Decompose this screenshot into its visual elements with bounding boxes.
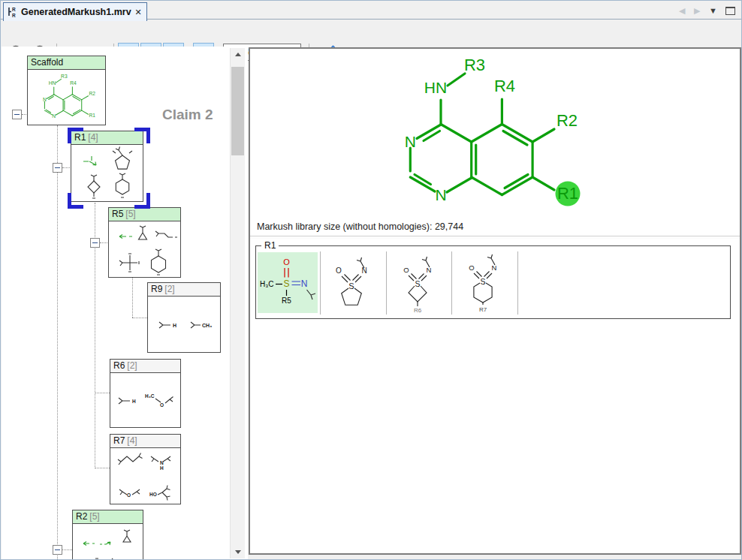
tree-node-r6[interactable]: R6[2] H H₃C O bbox=[110, 359, 181, 428]
document-tab[interactable]: R R GeneratedMarkush1.mrv ✕ bbox=[3, 2, 147, 21]
tree-node-r2[interactable]: R2[5] bbox=[72, 510, 143, 560]
tree-scrollbar[interactable] bbox=[230, 48, 245, 558]
tab-scroll-left-icon[interactable]: ◀ bbox=[679, 5, 685, 16]
expander-scaffold[interactable] bbox=[12, 110, 22, 119]
r7-o-label: O bbox=[127, 492, 131, 498]
tab-strip: R R GeneratedMarkush1.mrv ✕ ◀ ▶ ▼ bbox=[1, 1, 741, 20]
document-tab-title: GeneratedMarkush1.mrv bbox=[21, 7, 131, 17]
tree-node-r9-count: [2] bbox=[164, 284, 174, 294]
tree-node-r7-body[interactable]: N H O HO bbox=[110, 448, 180, 507]
r9-ch3-label: CH₃ bbox=[202, 323, 212, 328]
r3-label: R3 bbox=[464, 56, 485, 74]
r1-label-highlighted[interactable]: R1 bbox=[557, 184, 578, 203]
cell1-h3c-label: H₃C bbox=[260, 280, 274, 288]
r7-n-label: N bbox=[160, 460, 164, 465]
tab-scroll-right-icon[interactable]: ▶ bbox=[694, 5, 700, 16]
scaffold-mini-structure: HN R3 R4 R2 R1 N N bbox=[29, 73, 104, 123]
cell-separator bbox=[320, 251, 321, 315]
n1-label: N bbox=[435, 186, 446, 203]
tree-connector bbox=[132, 318, 147, 318]
tab-close-icon[interactable]: ✕ bbox=[135, 8, 142, 17]
selection-corner bbox=[68, 193, 83, 209]
cell3-o-label: O bbox=[403, 266, 409, 274]
cell3-r6-label: R6 bbox=[414, 307, 422, 313]
r7-ho-label: HO bbox=[149, 492, 157, 497]
cell1-n-label: N bbox=[301, 278, 308, 289]
panel-divider bbox=[250, 236, 740, 239]
cell1-s-label: S bbox=[283, 278, 289, 289]
cell2-n-label: N bbox=[361, 266, 366, 275]
tree-node-r2-header[interactable]: R2[5] bbox=[73, 510, 143, 524]
r1-box-legend: R1 bbox=[261, 240, 279, 251]
cell3-n-label: N bbox=[427, 266, 432, 274]
tree-node-r6-count: [2] bbox=[127, 360, 137, 371]
r1-member-3-structure[interactable]: S O N R6 bbox=[388, 252, 448, 313]
cell2-s-label: S bbox=[348, 282, 354, 291]
hn-label: HN bbox=[424, 79, 447, 96]
r7-nh-label: H bbox=[160, 465, 164, 471]
scaffold-view-panel: HN R3 R4 R2 N N R1 Markush library size … bbox=[249, 47, 741, 555]
tree-node-r6-header[interactable]: R6[2] bbox=[110, 360, 180, 373]
tree-node-r5-header[interactable]: R5[5] bbox=[109, 208, 180, 221]
r6-mini-structures: H H₃C O bbox=[110, 373, 180, 428]
tree-connector bbox=[57, 125, 58, 559]
file-icon-letter-bottom: R bbox=[12, 13, 16, 18]
tree-node-r2-count: [5] bbox=[89, 511, 99, 522]
restore-window-icon[interactable] bbox=[725, 7, 735, 15]
tree-node-r5[interactable]: R5[5] bbox=[108, 207, 181, 278]
tree-node-scaffold-header[interactable]: Scaffold bbox=[28, 56, 105, 70]
file-icon-letter-top: R bbox=[12, 7, 16, 12]
scroll-down-icon[interactable] bbox=[231, 546, 245, 558]
cell-separator bbox=[386, 251, 387, 315]
r1-member-1-structure[interactable]: H₃C S O N R5 bbox=[258, 252, 318, 313]
expander-r2[interactable] bbox=[53, 545, 62, 555]
library-size-text: Markush library size (without homologies… bbox=[257, 221, 463, 232]
tree-node-r9-header[interactable]: R9[2] bbox=[148, 283, 220, 297]
mini-n1-label: N bbox=[52, 113, 56, 119]
mini-r4-label: R4 bbox=[70, 80, 77, 86]
tree-node-r5-body[interactable] bbox=[109, 221, 180, 281]
tree-node-r6-label: R6 bbox=[113, 360, 125, 371]
r9-mini-structures: H CH₃ bbox=[148, 297, 220, 353]
cell4-o-label: O bbox=[469, 263, 474, 272]
tree-connector bbox=[132, 278, 133, 318]
tree-node-r7[interactable]: R7[4] N H O HO bbox=[110, 434, 181, 504]
selection-corner bbox=[134, 193, 150, 209]
cell4-s-label: S bbox=[480, 277, 485, 286]
markush-tree-panel: Claim 2 Scaffold bbox=[2, 47, 248, 560]
mini-n3-label: N bbox=[43, 97, 47, 102]
scaffold-structure[interactable]: HN R3 R4 R2 N N R1 bbox=[360, 53, 608, 218]
tree-node-r6-body[interactable]: H H₃C O bbox=[110, 373, 180, 431]
tree-node-r7-header[interactable]: R7[4] bbox=[110, 435, 180, 448]
tab-list-icon[interactable]: ▼ bbox=[709, 5, 717, 16]
markush-file-icon: R R bbox=[7, 6, 18, 18]
mini-r2-label: R2 bbox=[89, 91, 95, 96]
tree-node-r9-body[interactable]: H CH₃ bbox=[148, 297, 220, 356]
app-window: R R GeneratedMarkush1.mrv ✕ ◀ ▶ ▼ bbox=[0, 0, 742, 560]
expander-r1[interactable] bbox=[53, 163, 62, 173]
scroll-up-icon[interactable] bbox=[231, 48, 245, 61]
r4-label: R4 bbox=[494, 77, 515, 95]
r1-member-2-structure[interactable]: S O N bbox=[322, 252, 382, 313]
cell-separator bbox=[451, 251, 452, 315]
tree-node-r2-body[interactable] bbox=[73, 524, 143, 560]
mini-r1-label: R1 bbox=[89, 113, 95, 118]
r6-h-label: H bbox=[132, 399, 136, 404]
r2-label: R2 bbox=[556, 111, 578, 130]
r6-h3c-label: H₃C bbox=[145, 393, 155, 399]
tree-node-r2-label: R2 bbox=[76, 511, 87, 522]
mini-r3-label: R3 bbox=[61, 74, 68, 79]
tree-node-r9[interactable]: R9[2] H CH₃ bbox=[147, 282, 221, 353]
r1-member-4-structure[interactable]: S O N R7 bbox=[454, 252, 513, 313]
selection-corner bbox=[134, 128, 150, 143]
toolbar: R R Scaffold R bbox=[1, 20, 741, 47]
cell1-o-label: O bbox=[283, 257, 290, 266]
tree-node-r7-count: [4] bbox=[127, 435, 137, 446]
n3-label: N bbox=[405, 133, 416, 150]
tree-node-scaffold[interactable]: Scaffold bbox=[27, 56, 106, 125]
cell-separator bbox=[517, 251, 518, 315]
expander-r5[interactable] bbox=[90, 238, 100, 248]
mini-hn-label: HN bbox=[49, 80, 56, 86]
tree-connector bbox=[62, 549, 72, 550]
scrollbar-thumb[interactable] bbox=[231, 67, 244, 155]
